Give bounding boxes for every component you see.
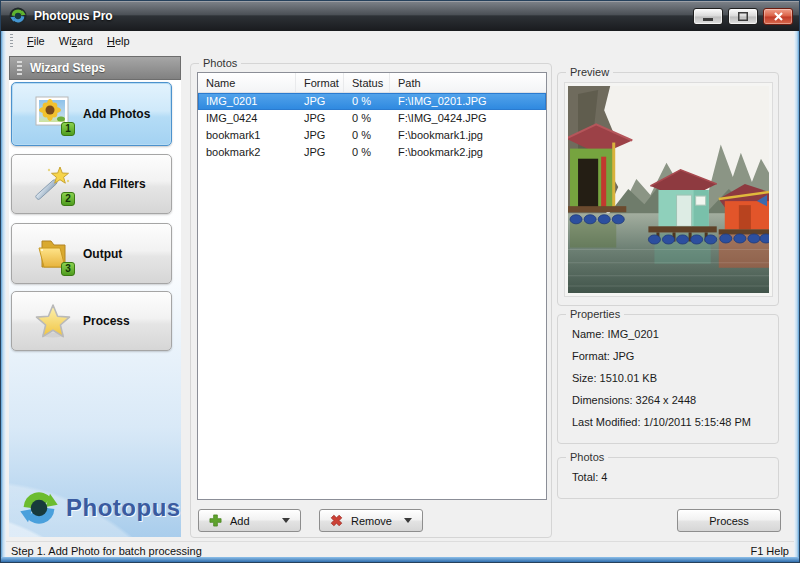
property-last-modified: Last Modified: 1/10/2011 5:15:48 PM (572, 416, 772, 428)
logo-wordmark: Photopus (66, 494, 181, 522)
add-button[interactable]: Add (198, 509, 301, 532)
column-header-path[interactable]: Path (390, 73, 546, 92)
property-name: Name: IMG_0201 (572, 328, 772, 340)
step-badge: 2 (61, 192, 75, 206)
wizard-steps-header: Wizard Steps (9, 56, 181, 80)
window-title: Photopus Pro (34, 9, 113, 23)
step-badge: 1 (61, 122, 75, 136)
sidebar-button-add-photos[interactable]: 1 Add Photos (11, 82, 172, 146)
sidebar-button-label: Output (83, 247, 122, 261)
sidebar-button-label: Process (83, 314, 130, 328)
properties-group: Properties Name: IMG_0201 Format: JPG Si… (557, 314, 779, 444)
menu-file[interactable]: File (20, 33, 52, 49)
column-header-format[interactable]: Format (296, 73, 344, 92)
process-button[interactable]: Process (677, 509, 781, 532)
plus-icon (209, 514, 222, 527)
status-bar: Step 1. Add Photo for batch processing F… (2, 541, 798, 559)
dropdown-caret-icon (282, 518, 290, 523)
wizard-steps-panel: 1 Add Photos 2 Add Filters (9, 80, 181, 537)
help-hint: F1 Help (750, 545, 789, 557)
preview-image (564, 82, 773, 297)
photopus-logo: Photopus (17, 486, 181, 530)
table-row[interactable]: IMG_0201 JPG 0 % F:\IMG_0201.JPG (198, 93, 546, 110)
photos-summary-group: Photos Total: 4 (557, 457, 779, 499)
step-badge: 3 (61, 262, 75, 276)
photos-table[interactable]: Name Format Status Path IMG_0201 JPG 0 %… (197, 72, 547, 500)
menu-wizard[interactable]: Wizard (52, 33, 100, 49)
photos-group-label: Photos (199, 57, 241, 70)
menu-gripper (10, 34, 13, 47)
title-bar[interactable]: Photopus Pro (1, 1, 799, 31)
table-row[interactable]: IMG_0424 JPG 0 % F:\IMG_0424.JPG (198, 110, 546, 127)
photos-group: Photos Name Format Status Path IMG_0201 … (190, 63, 552, 538)
header-gripper-icon (17, 61, 22, 75)
menu-bar: File Wizard Help (6, 31, 794, 50)
process-button-label: Process (709, 515, 749, 527)
menu-help[interactable]: Help (100, 33, 137, 49)
dropdown-caret-icon (404, 518, 412, 523)
window-controls (693, 8, 793, 25)
photos-summary-label: Photos (566, 451, 608, 464)
property-dimensions: Dimensions: 3264 x 2448 (572, 394, 772, 406)
properties-group-label: Properties (566, 308, 624, 321)
app-logo-icon (9, 7, 27, 25)
folder-icon: 3 (34, 235, 72, 273)
column-header-name[interactable]: Name (198, 73, 296, 92)
app-window: Photopus Pro File Wizard Help Wizard Ste… (0, 0, 800, 563)
wizard-steps-title: Wizard Steps (30, 61, 105, 75)
status-message: Step 1. Add Photo for batch processing (11, 545, 202, 557)
window-frame-right (794, 31, 799, 562)
magic-wand-icon: 2 (34, 165, 72, 203)
remove-button-label: Remove (351, 515, 392, 527)
sidebar-button-process[interactable]: Process (11, 291, 172, 351)
sidebar-button-label: Add Filters (83, 177, 146, 191)
maximize-button[interactable] (728, 8, 758, 25)
add-photos-icon: 1 (34, 95, 72, 133)
column-header-status[interactable]: Status (344, 73, 390, 92)
table-row[interactable]: bookmark1 JPG 0 % F:\bookmark1.jpg (198, 127, 546, 144)
properties-list: Name: IMG_0201 Format: JPG Size: 1510.01… (558, 315, 778, 428)
table-row[interactable]: bookmark2 JPG 0 % F:\bookmark2.jpg (198, 144, 546, 161)
star-icon (34, 302, 72, 340)
property-format: Format: JPG (572, 350, 772, 362)
preview-group: Preview (557, 72, 779, 306)
preview-group-label: Preview (566, 66, 613, 79)
remove-x-icon (330, 514, 343, 527)
remove-button[interactable]: Remove (319, 509, 423, 532)
sidebar-button-output[interactable]: 3 Output (11, 223, 172, 284)
photopus-swirl-icon (17, 486, 61, 530)
window-frame-left (1, 31, 6, 562)
minimize-button[interactable] (693, 8, 723, 25)
close-button[interactable] (763, 8, 793, 25)
property-size: Size: 1510.01 KB (572, 372, 772, 384)
table-header[interactable]: Name Format Status Path (198, 73, 546, 93)
sidebar-button-label: Add Photos (83, 107, 150, 121)
sidebar-button-add-filters[interactable]: 2 Add Filters (11, 154, 172, 214)
add-button-label: Add (230, 515, 250, 527)
